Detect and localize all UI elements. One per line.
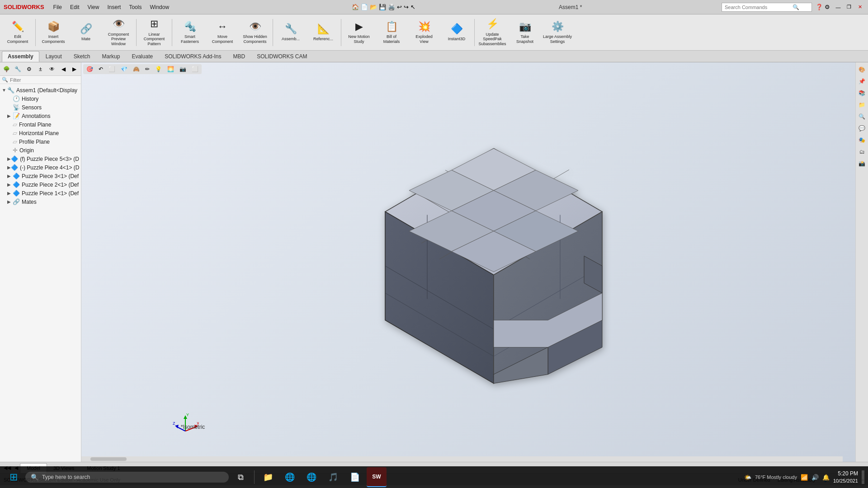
expand-arrow-left[interactable]: ◀ bbox=[58, 64, 68, 74]
undo-icon[interactable]: ↩ bbox=[397, 4, 402, 10]
linear-pattern-button[interactable]: ⊞ Linear Component Pattern bbox=[138, 16, 170, 49]
mate-button[interactable]: 🔗 Mate bbox=[70, 16, 102, 49]
large-assembly-button[interactable]: ⚙️ Large Assembly Settings bbox=[542, 16, 573, 49]
3d-viewport[interactable]: 🎯 ↶ ⬜ 💎 🙈 ✏ 💡 🌅 📷 ⬜ bbox=[81, 62, 855, 462]
design-library-btn[interactable]: 📚 bbox=[857, 88, 868, 99]
view-orient-icon[interactable]: 🎯 bbox=[84, 65, 95, 73]
tree-assem1[interactable]: ▼ 🔧 Assem1 (Default<Display bbox=[0, 86, 81, 94]
tab-cam[interactable]: SOLIDWORKS CAM bbox=[251, 51, 312, 62]
take-snapshot-button[interactable]: 📷 TakeSnapshot bbox=[509, 16, 541, 49]
tab-layout[interactable]: Layout bbox=[40, 51, 67, 62]
task-pane-btn[interactable]: 📌 bbox=[857, 76, 868, 87]
tree-history[interactable]: 🕐 History bbox=[0, 94, 81, 103]
smart-fasteners-button[interactable]: 🔩 SmartFasteners bbox=[174, 16, 206, 49]
settings-icon[interactable]: ⚙ bbox=[825, 4, 830, 10]
select-icon[interactable]: ↖ bbox=[410, 4, 415, 10]
menu-file[interactable]: File bbox=[50, 3, 66, 11]
task-view-button[interactable]: ⧉ bbox=[231, 467, 250, 487]
view-palette-btn[interactable]: 🎨 bbox=[857, 64, 868, 75]
component-preview-button[interactable]: 👁️ ComponentPreview Window bbox=[103, 16, 134, 49]
tab-markup[interactable]: Markup bbox=[96, 51, 125, 62]
save-icon[interactable]: 💾 bbox=[379, 4, 386, 10]
insert-components-button[interactable]: 📦 InsertComponents bbox=[38, 16, 69, 49]
view-scene-icon[interactable]: 🌅 bbox=[165, 65, 176, 73]
edit-component-button[interactable]: ✏️ EditComponent bbox=[2, 16, 33, 49]
print-icon[interactable]: 🖨️ bbox=[388, 4, 395, 10]
scroll-thumb[interactable] bbox=[90, 457, 127, 461]
search-commands-input[interactable] bbox=[725, 5, 793, 10]
tree-mates[interactable]: ▶ 🔗 Mates bbox=[0, 197, 81, 206]
taskbar-chrome[interactable]: 🌐 bbox=[302, 467, 321, 487]
view-mode-icon[interactable]: ⬜ bbox=[189, 65, 201, 73]
open-icon[interactable]: 📂 bbox=[370, 4, 377, 10]
taskbar-solidworks[interactable]: SW bbox=[367, 467, 387, 487]
tree-frontal-plane[interactable]: ▱ Frontal Plane bbox=[0, 120, 81, 129]
assembly-button[interactable]: 🔧 Assemb... bbox=[275, 16, 307, 49]
instant3d-button[interactable]: 🔷 Instant3D bbox=[441, 16, 472, 49]
appearance-btn[interactable]: 🎭 bbox=[857, 135, 868, 145]
view-edit-icon[interactable]: ✏ bbox=[143, 65, 152, 73]
show-desktop-btn[interactable] bbox=[862, 470, 864, 484]
view-display-icon[interactable]: 💎 bbox=[118, 65, 130, 73]
custom-prop-btn[interactable]: 🗂 bbox=[857, 146, 868, 157]
tree-filter-input[interactable] bbox=[10, 77, 64, 83]
expand-arrow-right[interactable]: ▶ bbox=[69, 64, 79, 74]
photo-view-btn[interactable]: 📸 bbox=[857, 158, 868, 169]
update-speedpak-button[interactable]: ⚡ Update SpeedPak Subassemblies bbox=[476, 16, 508, 49]
view-cam-icon[interactable]: 📷 bbox=[177, 65, 189, 73]
menu-view[interactable]: View bbox=[84, 3, 103, 11]
search-commands-box[interactable]: 🔍 bbox=[722, 3, 812, 12]
tab-sketch[interactable]: Sketch bbox=[68, 51, 96, 62]
close-button[interactable]: ✕ bbox=[855, 3, 864, 12]
view-prev-icon[interactable]: ↶ bbox=[96, 65, 105, 73]
view-section-icon[interactable]: ⬜ bbox=[106, 65, 118, 73]
property-manager-tab[interactable]: 🔧 bbox=[13, 64, 23, 74]
taskbar-spotify[interactable]: 🎵 bbox=[323, 467, 343, 487]
taskbar-office[interactable]: 📄 bbox=[345, 467, 365, 487]
horizontal-scrollbar[interactable] bbox=[81, 456, 843, 462]
view-light-icon[interactable]: 💡 bbox=[153, 65, 164, 73]
solidworks-forum-btn[interactable]: 💬 bbox=[857, 123, 868, 134]
config-manager-tab[interactable]: ⚙ bbox=[24, 64, 34, 74]
new-motion-study-button[interactable]: ▶ New MotionStudy bbox=[343, 16, 375, 49]
tree-puzzle1[interactable]: ▶ 🔷 Puzzle Piece 1<1> (Def bbox=[0, 189, 81, 197]
help-icon[interactable]: ❓ bbox=[816, 4, 823, 10]
tree-puzzle3[interactable]: ▶ 🔷 Puzzle Piece 3<1> (Def bbox=[0, 172, 81, 180]
home-icon[interactable]: 🏠 bbox=[352, 4, 359, 10]
display-manager-tab[interactable]: 👁 bbox=[47, 64, 57, 74]
tab-assembly[interactable]: Assembly bbox=[2, 51, 39, 62]
menu-edit[interactable]: Edit bbox=[66, 3, 83, 11]
new-icon[interactable]: 📄 bbox=[361, 4, 368, 10]
tab-evaluate[interactable]: Evaluate bbox=[126, 51, 158, 62]
tree-puzzle4[interactable]: ▶ 🔷 (-) Puzzle Piece 4<1> (D bbox=[0, 163, 81, 172]
tab-mbd[interactable]: MBD bbox=[228, 51, 251, 62]
tree-annotations[interactable]: ▶ 📝 Annotations bbox=[0, 112, 81, 120]
dim-xpert-tab[interactable]: ± bbox=[36, 64, 45, 74]
bill-of-materials-button[interactable]: 📋 Bill ofMaterials bbox=[376, 16, 407, 49]
show-hidden-button[interactable]: 👁️ Show HiddenComponents bbox=[239, 16, 271, 49]
taskbar-clock[interactable]: 5:20 PM 10/25/2021 bbox=[833, 470, 858, 484]
menu-tools[interactable]: Tools bbox=[125, 3, 145, 11]
taskbar-explorer[interactable]: 📁 bbox=[258, 467, 278, 487]
view-hide-icon[interactable]: 🙈 bbox=[131, 65, 142, 73]
redo-icon[interactable]: ↪ bbox=[404, 4, 409, 10]
taskbar-edge[interactable]: 🌐 bbox=[280, 467, 300, 487]
menu-insert[interactable]: Insert bbox=[104, 3, 124, 11]
tree-puzzle5[interactable]: ▶ 🔷 (f) Puzzle Piece 5<3> (D bbox=[0, 155, 81, 163]
start-button[interactable]: ⊞ bbox=[4, 467, 24, 487]
minimize-button[interactable]: — bbox=[834, 3, 843, 12]
search-pane-btn[interactable]: 🔍 bbox=[857, 111, 868, 122]
reference-button[interactable]: 📐 Referenc... bbox=[307, 16, 339, 49]
tree-profile-plane[interactable]: ▱ Profile Plane bbox=[0, 137, 81, 146]
file-explorer-btn[interactable]: 📁 bbox=[857, 99, 868, 110]
maximize-button[interactable]: ❐ bbox=[844, 3, 854, 12]
taskbar-search[interactable]: 🔍 Type here to search bbox=[25, 472, 229, 483]
tree-origin[interactable]: ✛ Origin bbox=[0, 146, 81, 155]
move-component-button[interactable]: ↔️ MoveComponent bbox=[207, 16, 238, 49]
tree-puzzle2[interactable]: ▶ 🔷 Puzzle Piece 2<1> (Def bbox=[0, 180, 81, 189]
exploded-view-button[interactable]: 💥 ExplodedView bbox=[408, 16, 440, 49]
tab-addins[interactable]: SOLIDWORKS Add-Ins bbox=[159, 51, 226, 62]
menu-window[interactable]: Window bbox=[146, 3, 173, 11]
tree-horizontal-plane[interactable]: ▱ Horizontal Plane bbox=[0, 129, 81, 137]
tree-sensors[interactable]: 📡 Sensors bbox=[0, 103, 81, 112]
